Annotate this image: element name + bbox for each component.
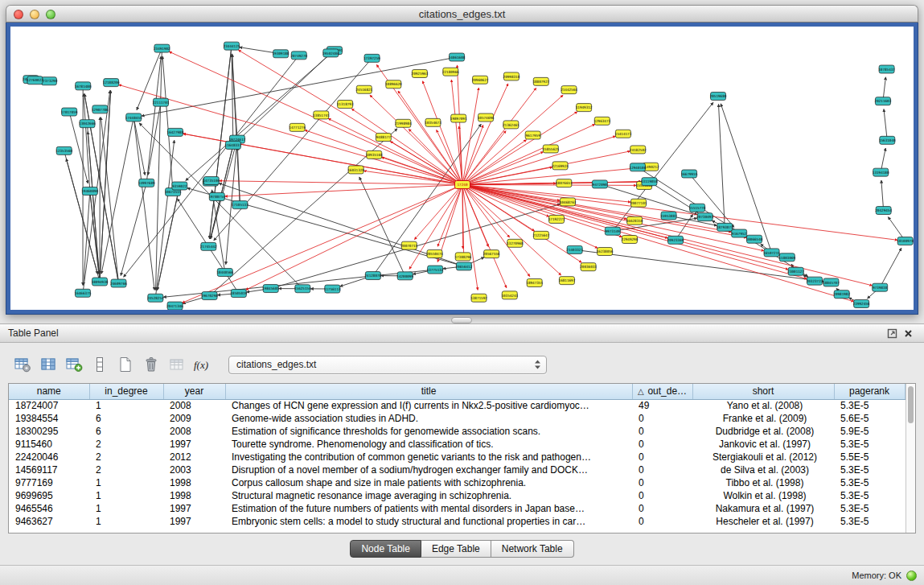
window-controls (14, 10, 55, 19)
table-row[interactable]: 946362711997Embryonic stem cells: a mode… (9, 515, 905, 528)
table-row[interactable]: 1830029562008Estimation of significance … (9, 425, 905, 438)
column-header-out_de[interactable]: △ out_de… (632, 384, 692, 399)
node-table: namein_degreeyeartitle△ out_de…shortpage… (8, 383, 916, 534)
table-cell: 5.3E-5 (834, 399, 905, 412)
table-cell: 5.3E-5 (834, 502, 905, 515)
split-pane-divider-handle[interactable] (451, 317, 472, 323)
svg-text:17192271: 17192271 (548, 217, 565, 221)
table-cell: 2008 (163, 399, 225, 412)
table-toolbar: f(x) citations_edges.txt (11, 353, 924, 376)
svg-text:20749270: 20749270 (290, 54, 307, 58)
table-row[interactable]: 969969511998Structural magnetic resonanc… (9, 489, 905, 502)
tab-node-table[interactable]: Node Table (350, 540, 421, 558)
network-table-select[interactable]: citations_edges.txt (228, 356, 547, 374)
svg-text:23444125: 23444125 (224, 44, 240, 48)
column-header-in_degree[interactable]: in_degree (89, 384, 163, 399)
table-vertical-scrollbar[interactable] (906, 384, 916, 533)
svg-text:21745442: 21745442 (200, 245, 217, 249)
scrollbar-thumb[interactable] (908, 386, 914, 423)
citation-network-graph[interactable]: 1477127613851741113187932451682110896620… (10, 27, 914, 310)
svg-text:14997689: 14997689 (138, 181, 155, 185)
network-canvas[interactable]: 1477127613851741113187932451682110896620… (10, 27, 914, 310)
svg-text:16781480: 16781480 (75, 84, 92, 89)
table-cell: Jankovic et al. (1997) (692, 438, 834, 451)
svg-text:19897091: 19897091 (450, 117, 467, 121)
create-column-button[interactable] (63, 353, 85, 376)
table-row[interactable]: 2242004622012Investigating the contribut… (9, 451, 905, 463)
column-header-title[interactable]: title (225, 384, 632, 399)
svg-text:9359022: 9359022 (172, 184, 187, 188)
table-cell: 49 (632, 399, 692, 412)
svg-text:18100978: 18100978 (897, 239, 914, 243)
network-view-frame: 1477127613851741113187932451682110896620… (6, 23, 918, 315)
table-row[interactable]: 1456911722003Disruption of a novel membe… (9, 463, 905, 476)
svg-text:10785437: 10785437 (878, 68, 895, 72)
svg-text:9973149: 9973149 (606, 229, 621, 233)
svg-text:18505019: 18505019 (230, 291, 247, 295)
table-cell: 0 (632, 425, 692, 438)
svg-text:20925963: 20925963 (412, 72, 429, 76)
table-row[interactable]: 946554611997Estimation of the future num… (9, 502, 905, 515)
table-row[interactable]: 1872400712008Changes of HCN gene express… (9, 399, 905, 412)
svg-text:f(x): f(x) (194, 359, 208, 371)
minimize-window-button[interactable] (30, 10, 39, 19)
svg-text:23001127: 23001127 (787, 270, 804, 274)
svg-text:19460890: 19460890 (81, 189, 98, 193)
column-header-name[interactable]: name (9, 384, 89, 399)
window-titlebar[interactable]: citations_edges.txt (6, 5, 918, 23)
svg-text:15515778: 15515778 (689, 206, 706, 210)
table-row[interactable]: 911546021997Tourette syndrome. Phenomeno… (9, 438, 905, 451)
table-cell: 22420046 (9, 451, 89, 463)
table-header-row: namein_degreeyeartitle△ out_de…shortpage… (9, 384, 905, 399)
table-cell: Hescheler et al. (1997) (692, 515, 834, 528)
column-header-pagerank[interactable]: pagerank (834, 384, 905, 399)
table-cell: 1998 (163, 489, 225, 502)
float-window-icon (887, 328, 897, 339)
tab-network-table[interactable]: Network Table (491, 540, 574, 558)
table-cell: 1 (89, 399, 163, 412)
column-header-short[interactable]: short (692, 384, 834, 399)
table-cell: Wolkin et al. (1998) (692, 489, 834, 502)
svg-text:20567556: 20567556 (483, 252, 500, 256)
table-cell: 0 (632, 515, 692, 528)
table-cell: 2 (89, 451, 163, 463)
zoom-window-button[interactable] (46, 10, 55, 19)
table-cell: 1 (89, 489, 163, 502)
new-table-button[interactable] (114, 353, 137, 376)
delete-column-button[interactable] (140, 353, 162, 376)
close-panel-button[interactable] (900, 326, 916, 340)
table-row[interactable]: 1938455462009Genome-wide association stu… (9, 412, 905, 425)
svg-text:13851741: 13851741 (313, 113, 330, 117)
svg-text:13194180: 13194180 (873, 171, 889, 175)
svg-text:18845707: 18845707 (823, 281, 840, 285)
table-mode-button[interactable] (11, 353, 34, 376)
delete-table-button[interactable] (166, 353, 188, 376)
table-cell: 2008 (163, 425, 225, 438)
svg-text:21225647: 21225647 (533, 233, 550, 237)
close-window-button[interactable] (14, 10, 23, 19)
table-cell: 1 (89, 502, 163, 515)
row-tools-button[interactable] (88, 353, 111, 376)
svg-text:10066540: 10066540 (746, 237, 763, 241)
svg-text:23491902: 23491902 (154, 47, 170, 51)
svg-text:20656412: 20656412 (456, 265, 473, 269)
table-row[interactable]: 977716911998Corpus callosum shape and si… (9, 476, 905, 489)
tab-edge-table[interactable]: Edge Table (421, 540, 491, 558)
select-arrows-icon (533, 359, 542, 370)
svg-text:16628310: 16628310 (626, 219, 643, 223)
function-builder-button[interactable]: f(x) (191, 353, 214, 376)
svg-text:15625154: 15625154 (294, 286, 311, 290)
svg-text:12940106: 12940106 (630, 166, 647, 170)
svg-text:20429454: 20429454 (875, 208, 892, 212)
column-header-year[interactable]: year (163, 384, 225, 399)
table-cell: de Silva et al. (2003) (692, 463, 834, 476)
float-panel-button[interactable] (884, 326, 900, 340)
table-cell: Dudbridge et al. (2008) (692, 425, 834, 438)
memory-status-indicator[interactable] (906, 571, 917, 581)
svg-text:17240: 17240 (458, 183, 468, 187)
show-columns-button[interactable] (37, 353, 60, 376)
table-cell: Nakamura et al. (1997) (692, 502, 834, 515)
svg-text:11648337: 11648337 (225, 143, 242, 147)
svg-text:22169924: 22169924 (552, 164, 569, 168)
table-cell: 0 (632, 463, 692, 476)
